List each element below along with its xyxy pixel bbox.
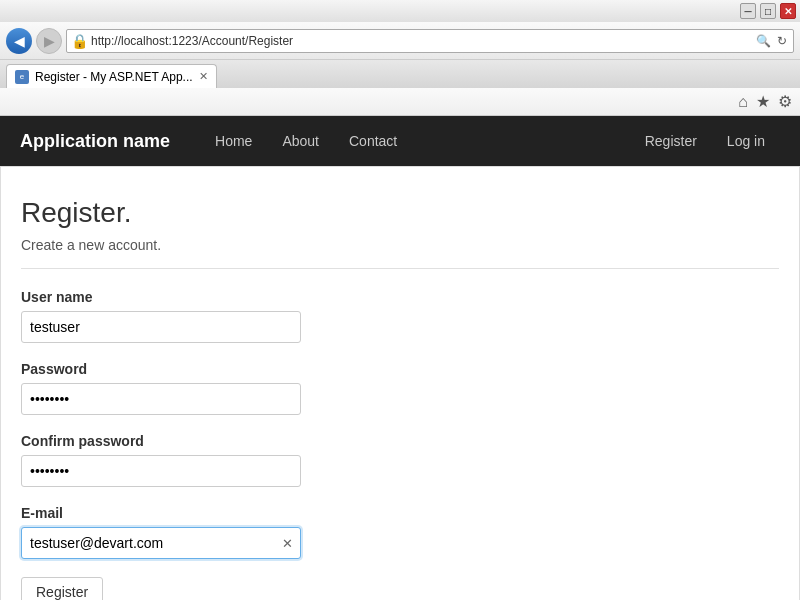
settings-icon[interactable]: ⚙	[778, 92, 792, 111]
confirm-password-label: Confirm password	[21, 433, 341, 449]
email-label: E-mail	[21, 505, 341, 521]
email-input[interactable]	[21, 527, 301, 559]
nav-bar: ◀ ▶ 🔒 http://localhost:1223/Account/Regi…	[0, 22, 800, 60]
confirm-password-group: Confirm password	[21, 433, 341, 487]
submit-group: Register	[21, 577, 341, 600]
tab-close-button[interactable]: ✕	[199, 70, 208, 83]
nav-link-login[interactable]: Log in	[712, 118, 780, 164]
username-label: User name	[21, 289, 341, 305]
forward-button[interactable]: ▶	[36, 28, 62, 54]
app-navbar: Application name Home About Contact Regi…	[0, 116, 800, 166]
divider	[21, 268, 779, 269]
password-label: Password	[21, 361, 341, 377]
username-input[interactable]	[21, 311, 301, 343]
back-button[interactable]: ◀	[6, 28, 32, 54]
password-group: Password	[21, 361, 341, 415]
register-form: User name Password Confirm password E-ma…	[21, 289, 341, 600]
page-title: Register.	[21, 197, 779, 229]
register-submit-button[interactable]: Register	[21, 577, 103, 600]
app-nav-links: Home About Contact	[200, 118, 630, 164]
page-subtitle: Create a new account.	[21, 237, 779, 253]
nav-link-register[interactable]: Register	[630, 118, 712, 164]
address-url[interactable]: http://localhost:1223/Account/Register	[91, 34, 750, 48]
tab-favicon: e	[15, 70, 29, 84]
active-tab[interactable]: e Register - My ASP.NET App... ✕	[6, 64, 217, 88]
nav-link-contact[interactable]: Contact	[334, 118, 412, 164]
refresh-button[interactable]: ↻	[775, 34, 789, 48]
minimize-button[interactable]: ─	[740, 3, 756, 19]
username-group: User name	[21, 289, 341, 343]
favorites-icon[interactable]: ★	[756, 92, 770, 111]
title-bar: ─ □ ✕	[0, 0, 800, 22]
email-wrapper: ✕	[21, 527, 301, 559]
password-input[interactable]	[21, 383, 301, 415]
home-icon[interactable]: ⌂	[738, 93, 748, 111]
nav-link-about[interactable]: About	[267, 118, 334, 164]
tab-title: Register - My ASP.NET App...	[35, 70, 193, 84]
tabs-bar: e Register - My ASP.NET App... ✕	[0, 60, 800, 88]
app-brand[interactable]: Application name	[20, 131, 170, 152]
app-nav-right: Register Log in	[630, 118, 780, 164]
confirm-password-input[interactable]	[21, 455, 301, 487]
email-clear-button[interactable]: ✕	[282, 536, 293, 551]
nav-link-home[interactable]: Home	[200, 118, 267, 164]
content-area: Register. Create a new account. User nam…	[0, 166, 800, 600]
toolbar-bar: ⌂ ★ ⚙	[0, 88, 800, 116]
address-favicon: 🔒	[71, 33, 87, 49]
address-bar: 🔒 http://localhost:1223/Account/Register…	[66, 29, 794, 53]
search-button[interactable]: 🔍	[754, 34, 773, 48]
email-group: E-mail ✕	[21, 505, 341, 559]
maximize-button[interactable]: □	[760, 3, 776, 19]
close-button[interactable]: ✕	[780, 3, 796, 19]
